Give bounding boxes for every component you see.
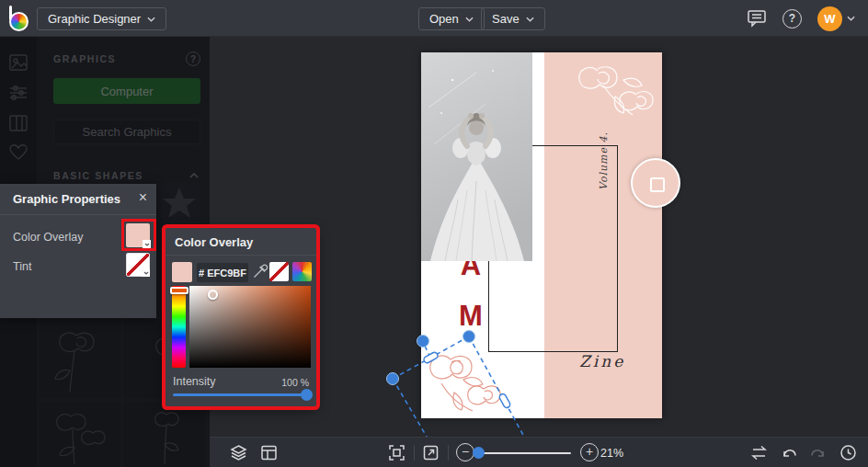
chevron-down-icon bbox=[147, 17, 155, 22]
close-icon[interactable]: × bbox=[139, 189, 147, 206]
dream-letter: M bbox=[459, 302, 483, 330]
chevron-down-icon bbox=[847, 16, 855, 21]
top-bar: Graphic Designer Open Save ? W bbox=[0, 0, 868, 37]
color-overlay-swatch[interactable] bbox=[126, 223, 150, 247]
current-color-swatch[interactable] bbox=[172, 262, 192, 282]
zoom-slider[interactable] bbox=[474, 452, 571, 455]
panel-title: Graphic Properties bbox=[13, 192, 120, 206]
chevron-down-icon bbox=[144, 243, 150, 246]
saturation-picker[interactable] bbox=[189, 286, 311, 368]
popup-title: Color Overlay bbox=[175, 235, 253, 249]
zoom-level: 21% bbox=[600, 447, 623, 460]
layers-icon[interactable] bbox=[230, 444, 247, 461]
compare-icon[interactable] bbox=[750, 444, 768, 461]
zine-caption[interactable]: Zine bbox=[579, 352, 625, 370]
logo-color-wheel bbox=[9, 12, 29, 31]
open-label: Open bbox=[429, 12, 459, 26]
bottom-toolbar: − + 21% bbox=[210, 437, 868, 467]
eyedropper-icon[interactable] bbox=[252, 263, 268, 279]
intensity-slider-handle[interactable] bbox=[301, 389, 313, 401]
save-label: Save bbox=[492, 12, 520, 26]
undo-icon[interactable] bbox=[781, 444, 798, 461]
saturation-picker-handle[interactable] bbox=[208, 290, 218, 300]
tint-label: Tint bbox=[13, 260, 31, 273]
swatch-expand-tab bbox=[143, 240, 151, 248]
graphic-properties-panel: Graphic Properties × Color Overlay Tint bbox=[0, 184, 156, 318]
color-overlay-label: Color Overlay bbox=[13, 231, 83, 244]
help-button[interactable]: ? bbox=[782, 9, 802, 28]
hex-color-input[interactable] bbox=[197, 263, 248, 282]
zoom-in-button[interactable]: + bbox=[580, 443, 599, 461]
volume-caption[interactable]: Volume 4. bbox=[598, 110, 611, 211]
hue-slider[interactable] bbox=[172, 286, 186, 368]
intensity-slider[interactable] bbox=[173, 393, 311, 396]
design-canvas[interactable]: D R E A M bbox=[421, 52, 662, 418]
selection-corner-handle[interactable] bbox=[387, 373, 399, 385]
intensity-value: 100 % bbox=[281, 377, 309, 388]
square-icon bbox=[650, 177, 665, 192]
chevron-down-icon bbox=[526, 17, 534, 22]
color-overlay-popup: Color Overlay Intensity 100 % bbox=[166, 228, 316, 406]
befunky-logo[interactable] bbox=[9, 6, 33, 31]
toolbar-divider bbox=[448, 445, 449, 461]
redo-icon[interactable] bbox=[809, 444, 827, 461]
zoom-slider-handle[interactable] bbox=[473, 447, 485, 459]
save-button[interactable]: Save bbox=[481, 7, 545, 30]
divider bbox=[166, 255, 316, 256]
selected-rose-graphic[interactable] bbox=[423, 345, 508, 418]
open-button[interactable]: Open bbox=[418, 7, 485, 30]
canvas-settings-icon[interactable] bbox=[260, 444, 278, 461]
app-menu-label: Graphic Designer bbox=[48, 12, 141, 26]
help-label: ? bbox=[789, 12, 795, 25]
befunky-graphic-designer: Graphic Designer Open Save ? W bbox=[0, 0, 868, 467]
no-color-swatch[interactable] bbox=[269, 262, 289, 281]
tint-swatch[interactable] bbox=[126, 253, 150, 277]
swatch-expand-tab bbox=[142, 268, 150, 277]
intensity-label: Intensity bbox=[173, 375, 216, 388]
chevron-down-icon bbox=[465, 17, 474, 22]
account-menu[interactable]: W bbox=[817, 6, 855, 31]
toolbar-divider bbox=[414, 445, 415, 461]
shape-edit-handle[interactable] bbox=[631, 158, 680, 208]
history-icon[interactable] bbox=[839, 444, 857, 461]
avatar: W bbox=[817, 6, 842, 31]
panel-header: Graphic Properties × bbox=[0, 184, 156, 215]
fit-to-screen-icon[interactable] bbox=[388, 444, 405, 461]
rainbow-color-swatch[interactable] bbox=[292, 262, 312, 281]
hue-slider-handle[interactable] bbox=[170, 287, 188, 294]
avatar-initial: W bbox=[824, 12, 835, 26]
zoom-out-button[interactable]: − bbox=[456, 443, 474, 461]
white-floral-graphic[interactable] bbox=[572, 54, 660, 130]
chevron-down-icon bbox=[143, 271, 149, 275]
app-menu-button[interactable]: Graphic Designer bbox=[37, 7, 166, 30]
woman-photo[interactable] bbox=[421, 52, 532, 261]
feedback-chat-icon[interactable] bbox=[747, 9, 767, 28]
full-view-icon[interactable] bbox=[422, 444, 440, 461]
